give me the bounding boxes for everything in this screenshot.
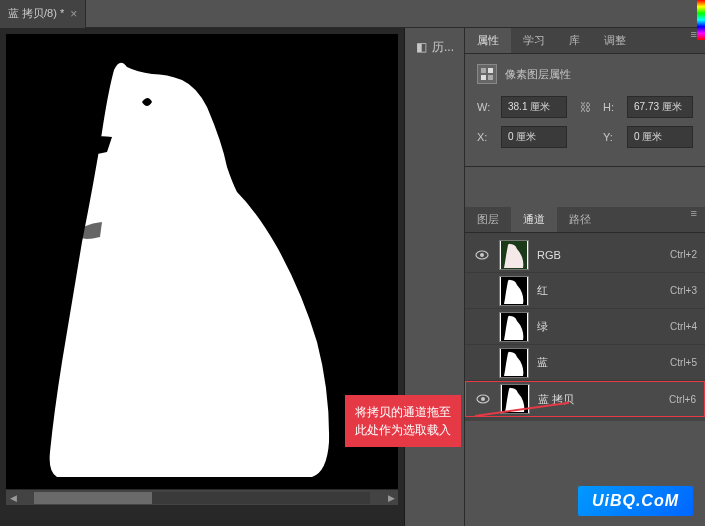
tab-learn[interactable]: 学习 [511,28,557,53]
channel-row[interactable]: 红 Ctrl+3 [465,273,705,309]
channel-row[interactable]: RGB Ctrl+2 [465,237,705,273]
svg-point-6 [480,253,484,257]
channel-name: 红 [537,283,662,298]
width-input[interactable]: 38.1 厘米 [501,96,567,118]
channel-shortcut: Ctrl+3 [670,285,697,296]
channel-shortcut: Ctrl+5 [670,357,697,368]
channels-menu-icon[interactable]: ≡ [683,207,705,232]
channel-thumbnail [499,312,529,342]
y-label: Y: [603,131,619,143]
canvas[interactable] [6,34,398,489]
history-label[interactable]: 历... [432,38,454,56]
close-icon[interactable]: × [70,7,77,21]
tab-channels[interactable]: 通道 [511,207,557,232]
tab-properties[interactable]: 属性 [465,28,511,53]
channel-thumbnail [499,240,529,270]
canvas-area: ◀ ▶ [0,28,405,526]
channel-shortcut: Ctrl+2 [670,249,697,260]
link-icon[interactable]: ⛓ [575,101,595,113]
x-input[interactable]: 0 厘米 [501,126,567,148]
tab-library[interactable]: 库 [557,28,592,53]
svg-point-12 [481,397,485,401]
scroll-thumb[interactable] [34,492,152,504]
tab-layers[interactable]: 图层 [465,207,511,232]
pixel-layer-label: 像素图层属性 [505,67,571,82]
document-tab[interactable]: 蓝 拷贝/8) * × [0,0,86,28]
height-label: H: [603,101,619,113]
channel-image [32,42,372,482]
panel-icon[interactable]: ◧ [415,38,428,56]
width-label: W: [477,101,493,113]
scroll-right-icon[interactable]: ▶ [384,493,398,503]
tab-title: 蓝 拷贝/8) * [8,6,64,21]
channel-thumbnail [499,276,529,306]
channel-shortcut: Ctrl+4 [670,321,697,332]
horizontal-scrollbar[interactable]: ◀ ▶ [6,489,398,505]
callout-line2: 此处作为选取载入 [355,421,451,439]
channel-thumbnail [499,348,529,378]
scroll-left-icon[interactable]: ◀ [6,493,20,503]
svg-rect-3 [481,75,486,80]
x-label: X: [477,131,493,143]
tab-adjust[interactable]: 调整 [592,28,638,53]
channel-name: 绿 [537,319,662,334]
channel-shortcut: Ctrl+6 [669,394,696,405]
callout-line1: 将拷贝的通道拖至 [355,403,451,421]
collapsed-panel: ◧ 历... [405,28,465,526]
properties-tabs: 属性 学习 库 调整 ≡ [465,28,705,54]
channel-row[interactable]: 绿 Ctrl+4 [465,309,705,345]
scroll-track[interactable] [34,492,370,504]
tab-paths[interactable]: 路径 [557,207,603,232]
channels-list: RGB Ctrl+2 红 Ctrl+3 绿 Ctrl+4 蓝 Ctrl+5 蓝 … [465,233,705,421]
watermark: UiBQ.CoM [578,486,693,516]
visibility-toggle[interactable] [474,392,492,406]
channel-name: RGB [537,249,662,261]
channel-name: 蓝 [537,355,662,370]
y-input[interactable]: 0 厘米 [627,126,693,148]
svg-rect-2 [488,68,493,73]
annotation-callout: 将拷贝的通道拖至 此处作为选取载入 [345,395,461,447]
pixel-layer-icon [477,64,497,84]
svg-rect-1 [481,68,486,73]
height-input[interactable]: 67.73 厘米 [627,96,693,118]
svg-rect-4 [488,75,493,80]
color-strip[interactable] [697,0,705,40]
channel-row[interactable]: 蓝 Ctrl+5 [465,345,705,381]
visibility-toggle[interactable] [473,248,491,262]
channels-panel-tabs: 图层 通道 路径 ≡ [465,207,705,233]
